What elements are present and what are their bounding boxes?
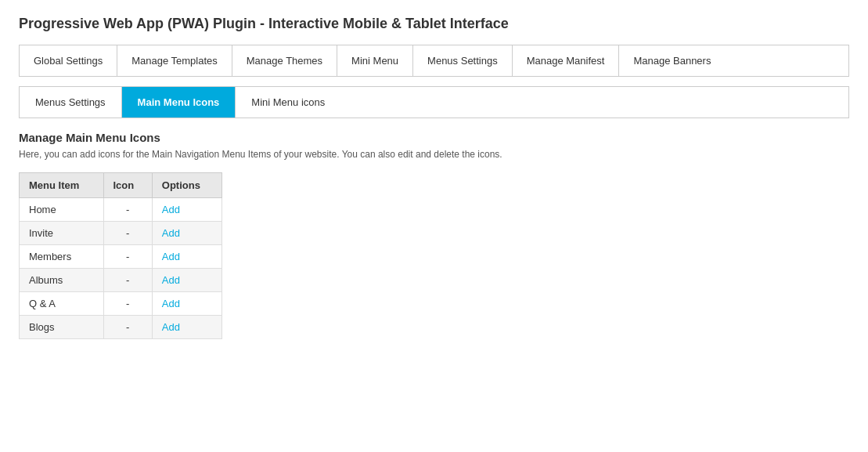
col-header-icon: Icon xyxy=(103,173,152,198)
section-title: Manage Main Menu Icons xyxy=(19,131,849,144)
table-header-row: Menu Item Icon Options xyxy=(20,173,222,198)
cell-option: Add xyxy=(152,222,222,245)
cell-option: Add xyxy=(152,292,222,316)
cell-icon: - xyxy=(103,316,152,339)
tab-manage-manifest[interactable]: Manage Manifest xyxy=(513,45,620,76)
cell-icon: - xyxy=(103,245,152,269)
subtab-main-menu-icons[interactable]: Main Menu Icons xyxy=(122,87,236,118)
cell-menu-item: Members xyxy=(20,245,104,269)
top-tabs-bar: Global Settings Manage Templates Manage … xyxy=(19,45,849,77)
col-header-options: Options xyxy=(152,173,222,198)
table-row: Blogs-Add xyxy=(20,316,222,339)
page-title: Progressive Web App (PWA) Plugin - Inter… xyxy=(19,16,849,32)
sub-tabs-bar: Menus Settings Main Menu Icons Mini Menu… xyxy=(19,86,849,118)
tab-global-settings[interactable]: Global Settings xyxy=(20,45,117,76)
cell-option: Add xyxy=(152,269,222,292)
cell-option: Add xyxy=(152,316,222,339)
tab-manage-banners[interactable]: Manage Banners xyxy=(619,45,725,76)
content-area: Manage Main Menu Icons Here, you can add… xyxy=(19,131,849,339)
add-icon-link[interactable]: Add xyxy=(162,321,180,333)
cell-icon: - xyxy=(103,222,152,245)
table-row: Members-Add xyxy=(20,245,222,269)
cell-icon: - xyxy=(103,198,152,222)
subtab-mini-menu-icons[interactable]: Mini Menu icons xyxy=(236,87,340,118)
cell-icon: - xyxy=(103,292,152,316)
col-header-menu-item: Menu Item xyxy=(20,173,104,198)
subtab-menus-settings[interactable]: Menus Settings xyxy=(20,87,122,118)
cell-menu-item: Albums xyxy=(20,269,104,292)
add-icon-link[interactable]: Add xyxy=(162,274,180,286)
cell-menu-item: Home xyxy=(20,198,104,222)
tab-menus-settings[interactable]: Menus Settings xyxy=(413,45,513,76)
table-row: Albums-Add xyxy=(20,269,222,292)
cell-menu-item: Blogs xyxy=(20,316,104,339)
cell-menu-item: Q & A xyxy=(20,292,104,316)
cell-option: Add xyxy=(152,245,222,269)
tab-manage-templates[interactable]: Manage Templates xyxy=(117,45,232,76)
tab-mini-menu[interactable]: Mini Menu xyxy=(337,45,413,76)
table-row: Q & A-Add xyxy=(20,292,222,316)
add-icon-link[interactable]: Add xyxy=(162,227,180,239)
table-row: Invite-Add xyxy=(20,222,222,245)
menu-icons-table: Menu Item Icon Options Home-AddInvite-Ad… xyxy=(19,172,222,339)
table-row: Home-Add xyxy=(20,198,222,222)
tab-manage-themes[interactable]: Manage Themes xyxy=(232,45,337,76)
cell-icon: - xyxy=(103,269,152,292)
section-description: Here, you can add icons for the Main Nav… xyxy=(19,149,849,160)
add-icon-link[interactable]: Add xyxy=(162,204,180,215)
cell-option: Add xyxy=(152,198,222,222)
cell-menu-item: Invite xyxy=(20,222,104,245)
add-icon-link[interactable]: Add xyxy=(162,251,180,262)
add-icon-link[interactable]: Add xyxy=(162,298,180,309)
